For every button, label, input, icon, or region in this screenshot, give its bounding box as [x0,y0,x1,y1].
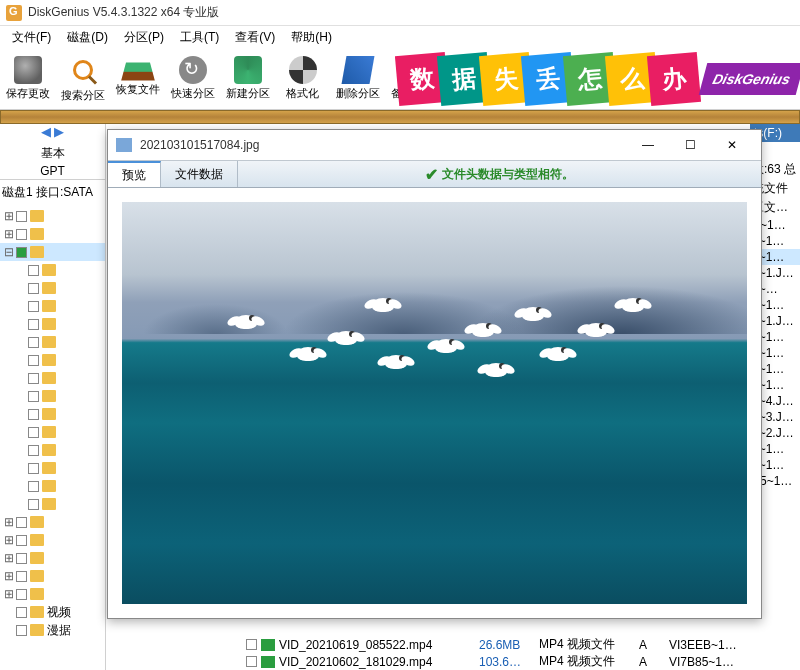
tree-row[interactable] [0,351,105,369]
tree-row[interactable] [0,279,105,297]
window-title: DiskGenius V5.4.3.1322 x64 专业版 [28,4,219,21]
menu-bar: 文件(F) 磁盘(D) 分区(P) 工具(T) 查看(V) 帮助(H) [0,26,800,48]
tree-row[interactable]: ⊞ [0,207,105,225]
modal-filename: 202103101517084.jpg [140,138,627,152]
promo-brand: DiskGenius [699,63,800,95]
quick-partition-icon [179,56,207,84]
search-icon [73,60,93,80]
nav-arrows[interactable]: ◀ ▶ [0,124,105,144]
disk-info: 磁盘1 接口:SATA [0,179,105,205]
tree-row[interactable] [0,477,105,495]
row-checkbox[interactable] [246,639,257,650]
preview-window: 202103101517084.jpg — ☐ ✕ 预览 文件数据 ✔ 文件头数… [107,129,762,619]
preview-image [122,202,747,604]
toolbar-newpart-button[interactable]: 新建分区 [220,48,275,109]
tree-row[interactable]: ⊟ [0,243,105,261]
tree-row[interactable] [0,315,105,333]
tree-row[interactable] [0,333,105,351]
tree-row[interactable]: ⊞ [0,225,105,243]
file-list: VID_20210619_085522.mp4 26.6MB MP4 视频文件 … [106,636,800,670]
close-button[interactable]: ✕ [711,133,753,157]
row-checkbox[interactable] [246,656,257,667]
tree-row[interactable] [0,297,105,315]
tree-row[interactable] [0,441,105,459]
toolbar-quickpart-button[interactable]: 快速分区 [165,48,220,109]
gpt-label: GPT [0,163,105,179]
save-icon [14,56,42,84]
format-icon [289,56,317,84]
recover-icon [121,63,155,81]
tab-filedata[interactable]: 文件数据 [161,161,238,187]
modal-tabs: 预览 文件数据 ✔ 文件头数据与类型相符。 [108,160,761,188]
folder-icon [30,210,44,222]
basic-label: 基本 [0,144,105,163]
tree-row[interactable]: ⊞ [0,531,105,549]
new-partition-icon [234,56,262,84]
tree-row[interactable] [0,423,105,441]
video-icon [261,639,275,651]
image-file-icon [116,138,132,152]
tree-row[interactable]: ⊞ [0,585,105,603]
tree-row[interactable]: ⊞ [0,567,105,585]
toolbar-format-button[interactable]: 格式化 [275,48,330,109]
delete-partition-icon [341,56,374,84]
menu-view[interactable]: 查看(V) [227,27,283,48]
toolbar: 保存更改 搜索分区 恢复文件 快速分区 新建分区 格式化 删除分区 备份分区 系… [0,48,800,110]
tree-row[interactable]: ⊞ [0,549,105,567]
app-logo-icon [6,5,22,21]
minimize-button[interactable]: — [627,133,669,157]
promo-banner[interactable]: 数 据 失 丢 怎 么 办 DiskGenius [401,48,800,110]
tree-row[interactable]: 视频 [0,603,105,621]
modal-title-bar[interactable]: 202103101517084.jpg — ☐ ✕ [108,130,761,160]
menu-help[interactable]: 帮助(H) [283,27,340,48]
tree-row[interactable] [0,405,105,423]
table-row[interactable]: VID_20210619_085522.mp4 26.6MB MP4 视频文件 … [106,636,800,653]
maximize-button[interactable]: ☐ [669,133,711,157]
video-icon [261,656,275,668]
menu-partition[interactable]: 分区(P) [116,27,172,48]
tree-row[interactable] [0,369,105,387]
menu-tools[interactable]: 工具(T) [172,27,227,48]
check-icon: ✔ [425,165,438,184]
tree-row[interactable]: 漫据 [0,621,105,639]
tab-preview[interactable]: 预览 [108,161,161,187]
table-row[interactable]: VID_20210602_181029.mp4 103.6… MP4 视频文件 … [106,653,800,670]
menu-disk[interactable]: 磁盘(D) [59,27,116,48]
left-panel: ◀ ▶ 基本 GPT 磁盘1 接口:SATA ⊞ ⊞ ⊟ ⊞ ⊞ ⊞ ⊞ ⊞ 视… [0,124,106,670]
title-bar: DiskGenius V5.4.3.1322 x64 专业版 [0,0,800,26]
tree-row[interactable]: ⊞ [0,513,105,531]
toolbar-delete-button[interactable]: 删除分区 [330,48,385,109]
tree-row[interactable] [0,495,105,513]
tree-row[interactable] [0,387,105,405]
menu-file[interactable]: 文件(F) [4,27,59,48]
disk-map-strip[interactable] [0,110,800,124]
tree-view[interactable]: ⊞ ⊞ ⊟ ⊞ ⊞ ⊞ ⊞ ⊞ 视频 漫据 [0,205,105,641]
toolbar-search-button[interactable]: 搜索分区 [55,48,110,109]
tree-row[interactable] [0,261,105,279]
tree-row[interactable] [0,459,105,477]
toolbar-recover-button[interactable]: 恢复文件 [110,48,165,109]
preview-body [108,188,761,618]
header-status: ✔ 文件头数据与类型相符。 [238,161,761,187]
toolbar-save-button[interactable]: 保存更改 [0,48,55,109]
